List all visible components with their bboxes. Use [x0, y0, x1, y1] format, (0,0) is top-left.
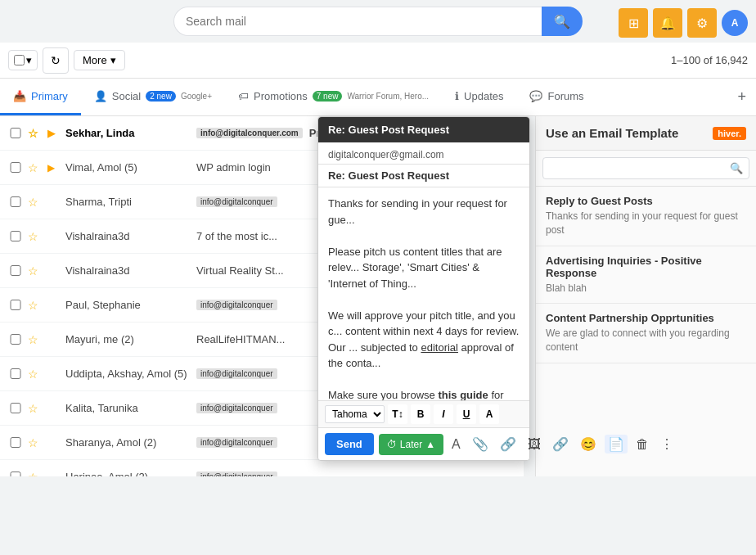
- emoji-button[interactable]: 😊: [577, 435, 600, 453]
- this-guide-bold: this guide: [438, 389, 488, 400]
- link2-button[interactable]: 🔗: [549, 435, 572, 453]
- email-row[interactable]: ☆ Harinee, Amol (2) info@digitalconquer: [0, 460, 524, 476]
- body-line-3: We will approve your pitch title, and yo…: [328, 308, 520, 372]
- sender-name: Vishalraina3d: [65, 264, 196, 277]
- toolbar-left: ▾ ↻ More ▾: [8, 47, 125, 74]
- body-line-1: Thanks for sending in your request for g…: [328, 196, 520, 228]
- tab-updates-icon: ℹ: [455, 90, 459, 102]
- hiver-title: Use an Email Template: [546, 126, 678, 140]
- template-item-3[interactable]: Content Partnership Opprtunities We are …: [536, 304, 756, 363]
- action-bar: Send ⏱ Later ▲ A 📎 🔗 🖼 🔗 😊 📄 🗑 ⋮: [318, 427, 529, 460]
- search-wrapper: 🔍: [173, 7, 583, 36]
- star-icon[interactable]: ☆: [28, 161, 43, 174]
- bell-icon-button[interactable]: 🔔: [653, 8, 682, 38]
- later-button[interactable]: ⏱ Later ▲: [379, 434, 443, 455]
- tab-promotions-sub: Warrior Forum, Hero...: [347, 92, 429, 101]
- row-checkbox[interactable]: [8, 334, 23, 345]
- toolbar: ▾ ↻ More ▾ 1–100 of 16,942: [0, 43, 756, 79]
- compose-to: digitalconquer@gmail.com: [318, 142, 529, 165]
- sender-name: Kalita, Tarunika: [65, 402, 196, 414]
- sender-tag: info@digitalconquer: [196, 403, 277, 413]
- compose-body[interactable]: Thanks for sending in your request for g…: [318, 187, 529, 400]
- avatar: A: [722, 10, 748, 36]
- sender-tag: info@digitalconquer.com: [196, 128, 303, 138]
- top-bar: 🔍 ⊞ 🔔 ⚙ A: [0, 0, 756, 43]
- refresh-button[interactable]: ↻: [43, 47, 69, 74]
- row-checkbox[interactable]: [8, 472, 23, 476]
- sender-tag: info@digitalconquer: [196, 300, 277, 310]
- template-name-2: Advertising Inquiries - Positive Respons…: [546, 255, 746, 279]
- star-icon[interactable]: ☆: [28, 127, 43, 140]
- sender-name: Harinee, Amol (2): [65, 471, 196, 476]
- template-button[interactable]: 📄: [605, 435, 628, 453]
- tab-social[interactable]: 👤 Social 2 new Google+: [81, 79, 225, 115]
- template-preview-1: Thanks for sending in your request for g…: [546, 210, 746, 237]
- template-name-3: Content Partnership Opprtunities: [546, 312, 746, 324]
- bold-button[interactable]: B: [411, 404, 430, 424]
- italic-button[interactable]: I: [434, 404, 453, 424]
- row-checkbox[interactable]: [8, 196, 23, 207]
- star-icon[interactable]: ☆: [28, 436, 43, 449]
- tab-forums-icon: 💬: [529, 90, 542, 102]
- more-options-button[interactable]: ⋮: [657, 435, 677, 453]
- delete-button[interactable]: 🗑: [632, 435, 652, 453]
- checkbox-input[interactable]: [14, 55, 25, 65]
- sender-name: Sharma, Tripti: [65, 196, 196, 208]
- clock-icon: ⏱: [387, 439, 397, 450]
- link-button[interactable]: 🔗: [497, 435, 520, 453]
- send-button[interactable]: Send: [325, 433, 374, 455]
- sender-tag: info@digitalconquer: [196, 437, 277, 448]
- search-button[interactable]: 🔍: [542, 7, 583, 36]
- hiver-panel: Use an Email Template hiver. 🔍 Reply to …: [535, 116, 756, 476]
- tab-promotions-badge: 7 new: [313, 91, 343, 102]
- row-checkbox[interactable]: [8, 368, 23, 379]
- star-icon[interactable]: ☆: [28, 230, 43, 243]
- star-icon[interactable]: ☆: [28, 402, 43, 415]
- star-icon[interactable]: ☆: [28, 471, 43, 477]
- attachment-button[interactable]: 📎: [469, 435, 492, 453]
- tab-updates[interactable]: ℹ Updates: [442, 79, 516, 115]
- template-name-1: Reply to Guest Posts: [546, 195, 746, 207]
- more-button[interactable]: More ▾: [74, 50, 125, 70]
- row-checkbox[interactable]: [8, 162, 23, 173]
- tab-promotions-label: Promotions: [254, 90, 308, 102]
- row-checkbox[interactable]: [8, 403, 23, 413]
- row-checkbox[interactable]: [8, 300, 23, 310]
- compose-to-label: digitalconquer@gmail.com: [328, 149, 444, 160]
- template-item-1[interactable]: Reply to Guest Posts Thanks for sending …: [536, 187, 756, 246]
- select-all-checkbox[interactable]: ▾: [8, 50, 38, 70]
- row-checkbox[interactable]: [8, 265, 23, 276]
- font-selector[interactable]: Tahoma: [325, 405, 385, 423]
- star-icon[interactable]: ☆: [28, 299, 43, 312]
- top-icons: ⊞ 🔔 ⚙ A: [619, 8, 748, 38]
- row-checkbox[interactable]: [8, 128, 23, 138]
- row-checkbox[interactable]: [8, 437, 23, 448]
- more-label: More: [83, 54, 107, 66]
- hiver-search-input[interactable]: [542, 157, 749, 179]
- sender-name: Paul, Stephanie: [65, 299, 196, 311]
- compose-header: Re: Guest Post Request: [318, 117, 529, 142]
- tab-forums[interactable]: 💬 Forums: [516, 79, 596, 115]
- tab-promotions[interactable]: 🏷 Promotions 7 new Warrior Forum, Hero..…: [225, 79, 442, 115]
- layers-icon-button[interactable]: ⊞: [619, 8, 648, 38]
- image-button[interactable]: 🖼: [524, 435, 544, 453]
- underline-button[interactable]: U: [457, 404, 476, 424]
- tab-primary[interactable]: 📥 Primary: [0, 79, 81, 115]
- font-color-button[interactable]: A: [479, 404, 499, 424]
- star-icon[interactable]: ☆: [28, 264, 43, 278]
- label-icon: ▶: [47, 128, 59, 139]
- sender-tag: info@digitalconquer: [196, 196, 277, 207]
- compose-panel: Re: Guest Post Request digitalconquer@gm…: [317, 116, 530, 461]
- star-icon[interactable]: ☆: [28, 196, 43, 209]
- format-icon-button[interactable]: A: [448, 435, 464, 453]
- row-checkbox[interactable]: [8, 231, 23, 241]
- tab-social-icon: 👤: [94, 90, 107, 102]
- tab-add-button[interactable]: +: [727, 79, 756, 115]
- font-size-button[interactable]: T↕: [388, 404, 407, 424]
- search-input[interactable]: [173, 7, 542, 36]
- body-line-2: Please pitch us content titles that are …: [328, 244, 520, 292]
- gear-icon-button[interactable]: ⚙: [687, 8, 717, 38]
- template-item-2[interactable]: Advertising Inquiries - Positive Respons…: [536, 246, 756, 305]
- star-icon[interactable]: ☆: [28, 368, 43, 381]
- star-icon[interactable]: ☆: [28, 333, 43, 346]
